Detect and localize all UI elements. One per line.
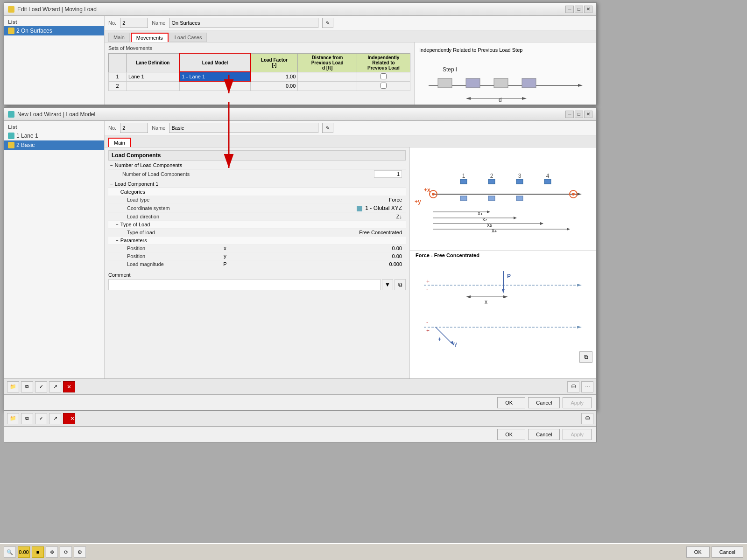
taskbar-value-btn[interactable]: 0.00 <box>18 546 30 558</box>
window1-edit-btn[interactable]: ✎ <box>322 18 333 28</box>
svg-text:x₁: x₁ <box>478 210 483 217</box>
window2-cancel-btn[interactable]: Cancel <box>528 397 560 408</box>
tab-main-w2[interactable]: Main <box>108 138 131 147</box>
window1-ok-btn[interactable]: OK <box>497 429 525 440</box>
w2-help-btn[interactable]: ⛁ <box>567 381 579 392</box>
position-y-axis: y <box>220 253 230 259</box>
window2-properties: Load Components − Number of Load Compone… <box>105 147 409 378</box>
window1-minimize-btn[interactable]: ─ <box>565 6 574 13</box>
sidebar-item-lane1[interactable]: 1 Lane 1 <box>4 131 104 140</box>
col-no-header <box>109 53 127 72</box>
taskbar-move-btn[interactable]: ✥ <box>46 546 58 558</box>
tab-main[interactable]: Main <box>108 33 130 42</box>
taskbar-search-btn[interactable]: 🔍 <box>4 546 16 558</box>
position-y-row: Position y 0.00 <box>108 252 406 260</box>
svg-text:+: + <box>426 278 430 285</box>
load-comp1-expand-icon[interactable]: − <box>110 182 113 187</box>
coord-system-text: 1 - Global XYZ <box>365 205 402 211</box>
w1-check-btn[interactable]: ✓ <box>35 413 47 424</box>
svg-point-17 <box>432 193 435 196</box>
cell-row1-model[interactable]: 1 - Lane 1 <box>180 72 251 81</box>
window1-cancel-btn[interactable]: Cancel <box>528 429 560 440</box>
col-model-header: Load Model <box>180 53 251 72</box>
w1-arrow-btn[interactable]: ↗ <box>49 413 61 424</box>
w1-folder-btn[interactable]: 📁 <box>7 413 19 424</box>
w1-delete-btn[interactable]: ✕ <box>63 413 75 424</box>
svg-text:+x: +x <box>424 187 430 193</box>
col-independent-header: IndependentlyRelated toPrevious Load <box>357 53 410 72</box>
comment-input-area[interactable] <box>108 279 381 290</box>
taskbar-settings-btn[interactable]: ⚙ <box>74 546 86 558</box>
load-direction-value: Z↓ <box>220 214 404 219</box>
window2-apply-btn[interactable]: Apply <box>563 397 592 408</box>
w2-copy-btn[interactable]: ⧉ <box>21 381 33 392</box>
cell-row1-distance <box>298 72 357 81</box>
taskbar-yellow-btn[interactable]: ■ <box>32 546 44 558</box>
window2-list-header: List <box>4 123 104 131</box>
comment-label: Comment <box>108 272 406 278</box>
window2-edit-btn[interactable]: ✎ <box>322 123 333 133</box>
svg-point-42 <box>572 193 575 196</box>
svg-text:1: 1 <box>462 173 465 179</box>
sidebar-item-label: 2 On Surfaces <box>16 28 52 34</box>
taskbar-cancel-btn[interactable]: Cancel <box>712 546 743 558</box>
taskbar-ok-btn[interactable]: OK <box>686 546 710 558</box>
col-lane-header: Lane Definition <box>127 53 180 72</box>
window1-apply-btn[interactable]: Apply <box>563 429 592 440</box>
svg-text:3: 3 <box>518 173 521 179</box>
window2-no-input[interactable] <box>120 123 148 133</box>
type-of-load-expand-icon[interactable]: − <box>116 222 119 227</box>
window2-ok-btn[interactable]: OK <box>497 397 525 408</box>
window2-main-area: No. Name ✎ Main Load Components <box>105 121 596 378</box>
tab-load-cases[interactable]: Load Cases <box>169 33 207 42</box>
load-comp1-label: Load Component 1 <box>115 181 159 187</box>
load-magnitude-row: Load magnitude P 0.000 <box>108 260 406 268</box>
cell-row2-no: 2 <box>109 81 127 91</box>
svg-marker-51 <box>466 295 471 298</box>
svg-text:d: d <box>499 97 502 103</box>
window2-titlebar: New Load Wizard | Load Model ─ □ ✕ <box>4 108 596 121</box>
tab-movements[interactable]: Movements <box>131 33 169 42</box>
position-x-axis: x <box>220 245 230 251</box>
position-y-label: Position <box>127 253 220 259</box>
num-load-comp-section-label: Number of Load Components <box>115 162 182 168</box>
coord-system-value: 1 - Global XYZ <box>220 205 404 211</box>
num-load-comp-input[interactable] <box>374 170 402 178</box>
svg-text:y: y <box>454 341 457 347</box>
load-type-label: Load type <box>127 197 220 203</box>
w1-copy-btn[interactable]: ⧉ <box>21 413 33 424</box>
window1-tabs: Main Movements Load Cases <box>105 30 596 42</box>
sidebar-item-on-surfaces[interactable]: 2 On Surfaces <box>4 26 104 35</box>
w2-folder-btn[interactable]: 📁 <box>7 381 19 392</box>
window2-maximize-btn[interactable]: □ <box>575 111 583 118</box>
svg-text:Step i: Step i <box>443 66 457 73</box>
sidebar-item-lane1-label: 1 Lane 1 <box>16 133 38 139</box>
svg-marker-34 <box>514 217 517 219</box>
window2-name-label: Name <box>152 125 165 131</box>
window2-name-input[interactable] <box>169 123 318 133</box>
surface-icon <box>8 28 14 34</box>
window1-name-input[interactable] <box>169 18 318 28</box>
window1-no-input[interactable] <box>120 18 148 28</box>
window2-close-btn[interactable]: ✕ <box>584 111 592 118</box>
w2-check-btn[interactable]: ✓ <box>35 381 47 392</box>
taskbar-orbit-btn[interactable]: ⟳ <box>60 546 72 558</box>
window1-close-btn[interactable]: ✕ <box>584 6 592 13</box>
comment-copy-btn[interactable]: ⧉ <box>395 279 406 290</box>
w2-camera-btn[interactable]: ⋯ <box>581 381 593 392</box>
num-expand-icon[interactable]: − <box>110 163 113 168</box>
diagram-copy-btn[interactable]: ⧉ <box>579 351 592 363</box>
window2-top-strip: No. Name ✎ <box>105 121 596 135</box>
sidebar-item-basic[interactable]: 2 Basic <box>4 140 104 150</box>
comment-dropdown-btn[interactable]: ▼ <box>382 279 393 290</box>
parameters-expand-icon[interactable]: − <box>116 238 119 243</box>
position-x-label: Position <box>127 245 220 251</box>
w2-arrow-btn[interactable]: ↗ <box>49 381 61 392</box>
w1-help-btn[interactable]: ⛁ <box>581 413 593 424</box>
categories-expand-icon[interactable]: − <box>116 189 119 195</box>
window2-minimize-btn[interactable]: ─ <box>565 111 574 118</box>
table-row: 1 Lane 1 1 - Lane 1 1.00 <box>109 72 410 81</box>
svg-marker-40 <box>567 228 570 231</box>
window1-maximize-btn[interactable]: □ <box>575 6 583 13</box>
w2-delete-btn[interactable]: ✕ <box>63 381 75 392</box>
